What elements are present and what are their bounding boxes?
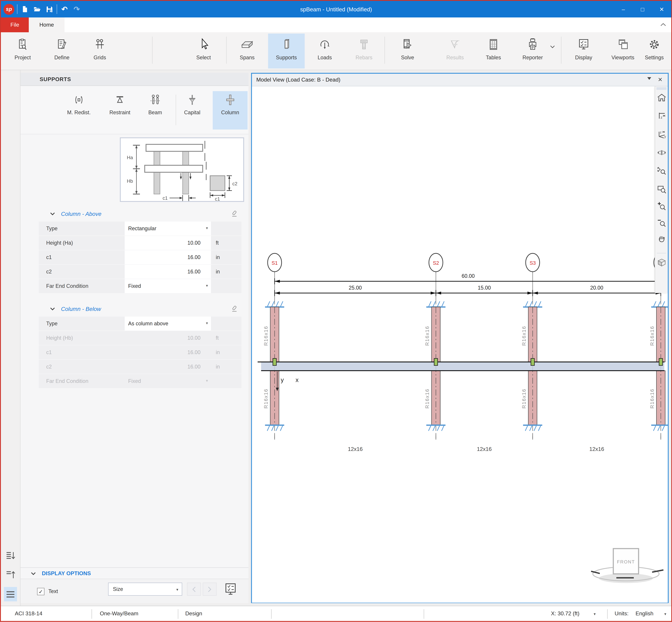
tool-restraint[interactable]: Restraint bbox=[102, 91, 137, 130]
toolbar-grip[interactable] bbox=[657, 87, 667, 90]
m-redist-icon bbox=[73, 94, 85, 106]
column-below-type-dropdown[interactable]: As column above▾ bbox=[125, 317, 211, 331]
text-checkbox-label: Text bbox=[48, 588, 58, 594]
clear-column-below-button[interactable] bbox=[231, 305, 238, 312]
column-above-c1-input[interactable]: 16.00 bbox=[125, 250, 211, 264]
model-view-close-button[interactable]: ✕ bbox=[658, 76, 663, 83]
model-view-header[interactable]: Model View (Load Case: B - Dead) ✕ bbox=[252, 74, 668, 87]
unit-label bbox=[211, 221, 242, 236]
zoom-in-button[interactable] bbox=[657, 201, 667, 211]
maximize-button[interactable]: □ bbox=[633, 1, 652, 18]
beam[interactable] bbox=[258, 362, 664, 371]
rotate-view-button[interactable] bbox=[657, 147, 667, 158]
new-file-icon bbox=[21, 5, 28, 13]
chevron-down-icon bbox=[50, 212, 55, 215]
pan-button[interactable] bbox=[657, 234, 667, 244]
open-file-button[interactable] bbox=[32, 4, 42, 14]
ribbon-display-button[interactable]: Display bbox=[565, 34, 602, 68]
zoom-out-button[interactable] bbox=[657, 217, 667, 227]
column-above-type-dropdown[interactable]: Rectangular▾ bbox=[125, 221, 211, 236]
ribbon-define-button[interactable]: Define bbox=[44, 34, 80, 68]
run-mode-status[interactable]: Design bbox=[185, 611, 202, 617]
expand-all-button[interactable] bbox=[5, 551, 16, 561]
tool-moment-redistribution[interactable]: M. Redist. bbox=[62, 91, 96, 130]
model-view-menu-button[interactable] bbox=[647, 77, 651, 80]
ribbon-reporter-button[interactable]: Reporter bbox=[515, 34, 551, 68]
collapse-ribbon-button[interactable] bbox=[660, 23, 666, 26]
ribbon-select-button[interactable]: Select bbox=[185, 34, 222, 68]
ribbon-grids-button[interactable]: Grids bbox=[81, 34, 118, 68]
design-code-status[interactable]: ACI 318-14 bbox=[15, 611, 42, 617]
home-view-button[interactable] bbox=[657, 93, 667, 102]
view-orientation-indicator[interactable]: FRONT bbox=[591, 549, 664, 583]
coordinate-dropdown-button[interactable]: ▾ bbox=[594, 612, 596, 616]
columns-below[interactable] bbox=[270, 371, 665, 425]
view-cube-button[interactable] bbox=[657, 257, 667, 267]
status-divider bbox=[607, 609, 608, 619]
close-button[interactable]: ✕ bbox=[652, 1, 671, 18]
ribbon-solve-button[interactable]: Solve bbox=[389, 34, 426, 68]
zoom-window-button[interactable] bbox=[657, 184, 667, 194]
column-above-far-end-dropdown[interactable]: Fixed▾ bbox=[125, 279, 211, 293]
svg-text:R16x16: R16x16 bbox=[263, 389, 269, 409]
ribbon-spans-button[interactable]: Spans bbox=[229, 34, 266, 68]
tool-column[interactable]: Column bbox=[213, 91, 248, 130]
system-status[interactable]: One-Way/Beam bbox=[100, 611, 138, 617]
clear-column-above-button[interactable] bbox=[231, 210, 238, 217]
supports-panel-header: SUPPORTS bbox=[21, 73, 248, 86]
undo-button[interactable]: ↶ bbox=[60, 4, 69, 14]
column-below-section-header[interactable]: Column - Below bbox=[21, 303, 248, 314]
ribbon-viewports-button[interactable]: Viewports bbox=[605, 34, 641, 68]
table-row: c1 16.00 in bbox=[39, 345, 242, 359]
unit-label: ft bbox=[211, 236, 242, 250]
front-view-button[interactable]: z bbox=[657, 111, 667, 121]
ribbon-project-button[interactable]: Project bbox=[4, 34, 41, 68]
units-value[interactable]: English bbox=[636, 611, 653, 617]
app-logo[interactable]: sp bbox=[3, 4, 14, 15]
display-settings-button[interactable] bbox=[224, 583, 238, 596]
ribbon-tables-button[interactable]: Tables bbox=[475, 34, 512, 68]
chevron-down-icon bbox=[550, 45, 555, 48]
ribbon-separator bbox=[384, 37, 385, 64]
model-canvas[interactable]: 60.00 25.00 1 bbox=[252, 87, 668, 603]
ribbon-supports-button[interactable]: Supports bbox=[268, 34, 305, 68]
status-divider bbox=[92, 609, 92, 619]
column-above-section-header[interactable]: Column - Above bbox=[21, 208, 248, 219]
display-options-header[interactable]: DISPLAY OPTIONS bbox=[21, 567, 248, 579]
svg-text:R16x16: R16x16 bbox=[424, 326, 430, 346]
ribbon-settings-button[interactable]: Settings bbox=[637, 34, 671, 68]
previous-option-button[interactable] bbox=[187, 583, 201, 596]
table-row: Far End Condition Fixed▾ bbox=[39, 374, 242, 388]
zoom-extents-button[interactable] bbox=[657, 166, 667, 176]
minimize-button[interactable]: – bbox=[614, 1, 633, 18]
beam-section-labels: 12x16 12x16 12x16 bbox=[348, 446, 604, 452]
tab-file[interactable]: File bbox=[1, 18, 29, 32]
redo-button[interactable]: ↷ bbox=[72, 4, 81, 14]
next-option-button[interactable] bbox=[203, 583, 217, 596]
column-above-c2-input[interactable]: 16.00 bbox=[125, 265, 211, 279]
size-dropdown[interactable]: Size▾ bbox=[108, 583, 182, 596]
columns-above[interactable] bbox=[270, 307, 665, 362]
left-sidebar-strip bbox=[1, 70, 21, 606]
save-button[interactable] bbox=[44, 4, 54, 14]
pan-hand-icon bbox=[657, 234, 666, 244]
units-label: Units: bbox=[614, 611, 629, 617]
panel-splitter[interactable] bbox=[248, 70, 251, 606]
tool-beam[interactable]: Beam bbox=[141, 91, 169, 130]
project-icon bbox=[17, 38, 28, 50]
reporter-dropdown-button[interactable] bbox=[550, 45, 555, 48]
iso-view-button[interactable]: zy bbox=[657, 129, 667, 139]
rotate-3d-icon bbox=[657, 148, 666, 157]
tab-home[interactable]: Home bbox=[29, 18, 65, 32]
front-face-label: FRONT bbox=[617, 559, 635, 564]
ha-label: Ha bbox=[127, 155, 133, 160]
units-dropdown-button[interactable]: ▾ bbox=[664, 612, 666, 616]
tool-capital[interactable]: Capital bbox=[178, 91, 206, 130]
text-checkbox[interactable]: ✓ bbox=[37, 588, 44, 595]
panel-menu-button[interactable] bbox=[4, 587, 17, 601]
support-labels[interactable]: S1 S2 S3 S4 bbox=[268, 253, 668, 273]
collapse-all-button[interactable] bbox=[5, 569, 16, 580]
ribbon-loads-button[interactable]: Loads bbox=[307, 34, 343, 68]
column-above-height-input[interactable]: 10.00 bbox=[125, 236, 211, 250]
new-file-button[interactable] bbox=[20, 4, 30, 14]
